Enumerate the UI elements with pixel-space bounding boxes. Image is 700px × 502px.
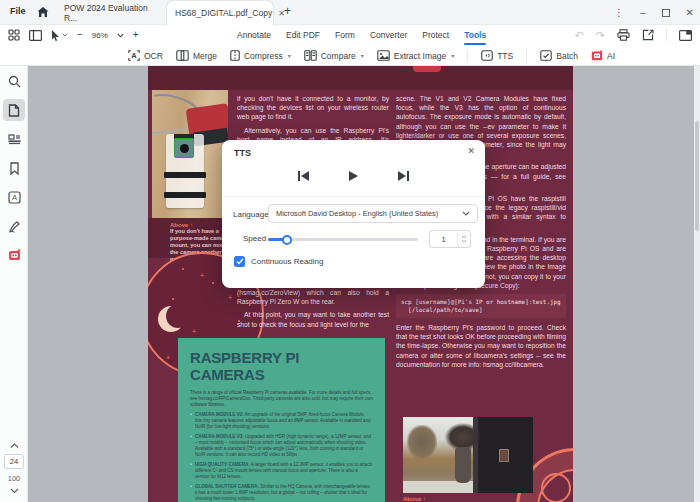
sidebar-item-thumbnails[interactable] bbox=[3, 128, 25, 150]
merge-button[interactable]: Merge bbox=[176, 50, 217, 61]
checkbox-checked-icon[interactable] bbox=[234, 256, 245, 267]
zoom-level[interactable]: 96% bbox=[92, 31, 108, 40]
tts-button[interactable]: TTS bbox=[481, 50, 513, 61]
toolbar-separator bbox=[666, 29, 667, 41]
search-icon[interactable] bbox=[3, 70, 25, 92]
current-page-input[interactable]: 24 bbox=[4, 454, 24, 469]
sidebar-item-annotations[interactable]: A bbox=[3, 186, 25, 208]
sidebar-item-signature[interactable] bbox=[3, 215, 25, 237]
chevron-down-icon: ▾ bbox=[451, 52, 454, 59]
vertical-scrollbar[interactable] bbox=[694, 66, 700, 502]
maximize-button[interactable] bbox=[662, 9, 670, 17]
compare-label: Compare bbox=[321, 51, 356, 61]
merge-label: Merge bbox=[193, 51, 217, 61]
zoom-out-button[interactable]: − bbox=[77, 30, 83, 40]
print-icon[interactable] bbox=[617, 29, 630, 41]
compare-button[interactable]: Compare ▾ bbox=[304, 50, 364, 61]
share-export-icon[interactable] bbox=[642, 29, 654, 41]
select-cursor-icon[interactable] bbox=[51, 30, 68, 41]
tools-ribbon: A OCR Merge Compress ▾ Compare ▾ Extract… bbox=[0, 45, 700, 66]
total-pages-label: 100 bbox=[8, 474, 21, 483]
tab-hs68-digital[interactable]: HS68_DIGITAL.pdf_Copy ✕ bbox=[166, 0, 274, 25]
close-button[interactable]: ✕ bbox=[686, 8, 694, 18]
tab-title: POW 2024 Evaluation R... bbox=[64, 3, 158, 23]
undo-icon[interactable]: ↶ bbox=[575, 30, 584, 41]
minimize-button[interactable]: – bbox=[640, 8, 646, 18]
dialog-title: TTS bbox=[234, 148, 251, 158]
language-label: Language bbox=[233, 210, 269, 219]
zoom-dropdown-icon[interactable] bbox=[117, 33, 124, 38]
batch-button[interactable]: Batch bbox=[540, 50, 578, 61]
menu-annotate[interactable]: Annotate bbox=[237, 26, 271, 44]
ai-label: AI bbox=[607, 51, 615, 61]
left-sidebar: A 24 100 bbox=[0, 66, 28, 502]
page-up-icon[interactable] bbox=[10, 443, 19, 449]
page-header-band bbox=[148, 66, 573, 90]
menu-converter[interactable]: Converter bbox=[370, 26, 407, 44]
speed-slider[interactable] bbox=[268, 238, 418, 241]
language-select[interactable]: Microsoft David Desktop - English (Unite… bbox=[268, 204, 478, 223]
cameras-info-panel: RASPBERRY PI CAMERAS There is a range of… bbox=[178, 338, 385, 502]
svg-text:A: A bbox=[131, 51, 137, 60]
extract-image-label: Extract Image bbox=[394, 51, 446, 61]
page-decoration-tab bbox=[413, 66, 441, 72]
ocr-label: OCR bbox=[144, 51, 163, 61]
panel-title: RASPBERRY PI CAMERAS bbox=[190, 349, 373, 383]
batch-label: Batch bbox=[556, 51, 578, 61]
slider-handle[interactable] bbox=[282, 235, 292, 245]
grid-view-icon[interactable] bbox=[8, 29, 20, 41]
title-bar: File POW 2024 Evaluation R... HS68_DIGIT… bbox=[0, 0, 700, 25]
sidebar-item-bookmarks[interactable] bbox=[3, 157, 25, 179]
sidebar-item-ai[interactable] bbox=[3, 244, 25, 266]
app-window: File POW 2024 Evaluation R... HS68_DIGIT… bbox=[0, 0, 700, 502]
chevron-down-icon bbox=[462, 211, 470, 216]
menu-tools[interactable]: Tools bbox=[464, 26, 486, 44]
window-controls: ⋮ – ✕ bbox=[614, 0, 694, 25]
chevron-down-icon: ▾ bbox=[361, 52, 364, 59]
stepper-arrows-icon[interactable] bbox=[457, 231, 470, 247]
compress-button[interactable]: Compress ▾ bbox=[230, 50, 291, 61]
list-item: • CAMERA MODULE V3: Upgraded with HDR (h… bbox=[190, 434, 373, 458]
kebab-menu-icon[interactable]: ⋮ bbox=[614, 8, 624, 18]
code-block: scp [username]@[Pi's IP or hostname]:tes… bbox=[396, 294, 566, 318]
dialog-divider bbox=[222, 196, 485, 197]
speed-stepper[interactable]: 1 bbox=[429, 230, 471, 248]
compress-label: Compress bbox=[244, 51, 283, 61]
side-panel-icon[interactable] bbox=[29, 30, 42, 41]
tab-title: HS68_DIGITAL.pdf_Copy bbox=[175, 8, 272, 18]
list-item: • CAMERA MODULE V2: An upgrade of the or… bbox=[190, 412, 373, 430]
ocr-button[interactable]: A OCR bbox=[128, 50, 163, 61]
text-column-1-cont: (hsmag.cc/ZeroView) which can also hold … bbox=[237, 288, 389, 333]
menu-protect[interactable]: Protect bbox=[422, 26, 449, 44]
home-icon[interactable] bbox=[36, 5, 50, 19]
tab-pow-2024[interactable]: POW 2024 Evaluation R... bbox=[56, 0, 166, 25]
page-down-icon[interactable] bbox=[10, 488, 19, 494]
list-item: • HIGH QUALITY CAMERA: A larger board wi… bbox=[190, 462, 373, 480]
file-menu[interactable]: File bbox=[10, 6, 26, 16]
previous-track-icon[interactable] bbox=[297, 170, 310, 182]
language-value: Microsoft David Desktop - English (Unite… bbox=[276, 209, 462, 218]
continuous-reading-option[interactable]: Continuous Reading bbox=[234, 256, 324, 267]
camera-rig-photo bbox=[152, 90, 228, 218]
layout-icon[interactable] bbox=[679, 30, 692, 41]
next-track-icon[interactable] bbox=[397, 170, 410, 182]
playback-controls bbox=[222, 170, 485, 182]
play-icon[interactable] bbox=[348, 170, 359, 182]
photo2-caption: Above ↑ Summer has finally come... bbox=[403, 496, 523, 502]
test-shot-photo bbox=[403, 417, 533, 493]
tts-dialog: TTS ✕ Language Microsoft David Desktop -… bbox=[222, 140, 485, 288]
scrollbar-thumb[interactable] bbox=[695, 121, 699, 231]
new-tab-button[interactable]: + bbox=[284, 4, 291, 18]
speed-value: 1 bbox=[430, 235, 457, 244]
chevron-down-icon: ▾ bbox=[288, 52, 291, 59]
menu-edit-pdf[interactable]: Edit PDF bbox=[286, 26, 320, 44]
zoom-in-button[interactable]: + bbox=[133, 30, 139, 40]
tts-label: TTS bbox=[497, 51, 513, 61]
ai-button[interactable]: AI bbox=[591, 50, 615, 61]
extract-image-button[interactable]: Extract Image ▾ bbox=[377, 50, 454, 61]
sidebar-item-pages[interactable] bbox=[3, 99, 25, 121]
menu-form[interactable]: Form bbox=[335, 26, 355, 44]
svg-text:A: A bbox=[11, 193, 16, 202]
redo-icon[interactable]: ↷ bbox=[596, 30, 605, 41]
dialog-close-icon[interactable]: ✕ bbox=[467, 146, 475, 156]
